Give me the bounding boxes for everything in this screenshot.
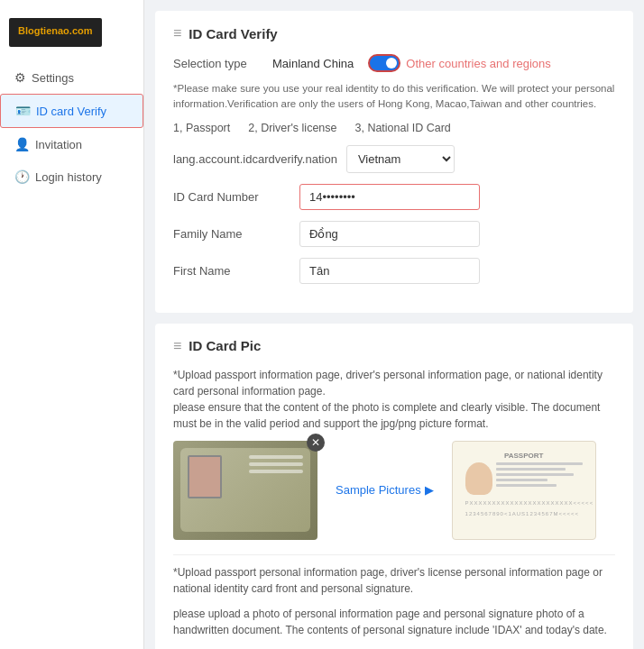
passport-sample-preview: PASSPORT PXXXXXXXXXXXXXXXXXXXXXXX<<<<< 1… [452, 441, 596, 540]
selection-type-label: Selection type [173, 57, 263, 70]
id-card-line-3 [249, 470, 303, 473]
verify-title-text: ID Card Verify [189, 26, 277, 41]
main-content: ≡ ID Card Verify Selection type Mainland… [144, 0, 644, 649]
pic-desc3: please upload a photo of personal inform… [173, 606, 615, 638]
verify-section-title: ≡ ID Card Verify [173, 25, 615, 41]
pline5 [496, 484, 557, 487]
doc-drivers-license[interactable]: 2, Driver's license [248, 122, 336, 134]
family-name-row: Family Name [173, 221, 615, 247]
pline4 [496, 479, 548, 481]
family-name-input[interactable] [299, 221, 480, 247]
menu-icon: ≡ [173, 25, 181, 41]
nation-row: lang.account.idcardverify.nation Vietnam [173, 145, 615, 173]
doc-passport[interactable]: 1, Passport [173, 122, 230, 134]
notice-text: *Please make sure you use your real iden… [173, 81, 615, 113]
passport-inner: PASSPORT PXXXXXXXXXXXXXXXXXXXXXXX<<<<< 1… [460, 446, 588, 534]
first-name-row: First Name [173, 258, 615, 284]
sidebar-item-settings-label: Settings [32, 71, 74, 85]
invitation-icon: 👤 [14, 137, 30, 151]
id-card-photo-placeholder [188, 455, 222, 498]
pline1 [496, 462, 583, 465]
sidebar-item-idcard-label: ID card Verify [36, 105, 106, 118]
id-number-row: ID Card Number [173, 184, 615, 210]
passport-photo [465, 462, 492, 495]
id-number-label: ID Card Number [173, 190, 290, 204]
doc-national-id[interactable]: 3, National ID Card [354, 122, 450, 134]
id-card-lines [249, 455, 303, 473]
sidebar-item-invitation-label: Invitation [35, 138, 82, 151]
id-card-line-2 [249, 462, 303, 466]
arrow-icon-1: ▶ [425, 483, 434, 497]
logo: Blogtienao.com [9, 18, 102, 47]
doc-options: 1, Passport 2, Driver's license 3, Natio… [173, 122, 615, 134]
id-number-input[interactable] [299, 184, 480, 210]
settings-icon: ⚙ [14, 70, 26, 85]
history-icon: 🕐 [14, 169, 30, 184]
pic-section-title: ≡ ID Card Pic [173, 338, 615, 354]
sidebar-item-id-card-verify[interactable]: 🪪 ID card Verify [0, 94, 143, 128]
nation-label: lang.account.idcardverify.nation [173, 152, 337, 166]
sidebar-item-settings[interactable]: ⚙ Settings [0, 61, 143, 94]
sidebar-item-login-history[interactable]: 🕐 Login history [0, 160, 143, 193]
sidebar-item-invitation[interactable]: 👤 Invitation [0, 128, 143, 160]
pic-desc1: *Upload passport information page, drive… [173, 367, 615, 432]
pic-section: ≡ ID Card Pic *Upload passport informati… [155, 324, 633, 650]
id-card-inner [180, 448, 310, 533]
pic-desc2: *Upload passport personal information pa… [173, 564, 615, 597]
id-card-thumbnail [173, 441, 317, 540]
pic-menu-icon: ≡ [173, 338, 181, 354]
verify-section: ≡ ID Card Verify Selection type Mainland… [155, 11, 633, 313]
family-name-label: Family Name [173, 227, 290, 241]
country-toggle[interactable] [368, 54, 400, 72]
divider-1 [173, 554, 615, 555]
remove-idcard-btn[interactable]: ✕ [307, 434, 325, 452]
upload-row-1: ✕ Sample Pictures ▶ PASSPORT [173, 441, 615, 540]
sidebar: Blogtienao.com ⚙ Settings 🪪 ID card Veri… [0, 0, 144, 649]
sidebar-item-history-label: Login history [35, 170, 102, 184]
nation-select[interactable]: Vietnam [346, 145, 455, 173]
passport-mrz2: 1234567890<1AUS1234567M<<<<< [465, 511, 583, 516]
other-countries-label[interactable]: Other countries and regions [406, 57, 550, 70]
passport-header: PASSPORT [465, 452, 583, 460]
id-card-line-1 [249, 455, 303, 459]
pline3 [496, 473, 575, 476]
mainland-china-label: Mainland China [272, 57, 354, 70]
id-card-upload-wrap: ✕ [173, 441, 317, 540]
selection-type-options: Mainland China Other countries and regio… [272, 54, 551, 72]
passport-mrz: PXXXXXXXXXXXXXXXXXXXXXXX<<<<< [465, 500, 583, 506]
pline2 [496, 468, 566, 471]
pic-title-text: ID Card Pic [189, 338, 261, 353]
first-name-label: First Name [173, 264, 290, 278]
toggle-container: Other countries and regions [368, 54, 550, 72]
passport-lines [496, 462, 583, 495]
first-name-input[interactable] [299, 258, 480, 284]
sample-pictures-link-1[interactable]: Sample Pictures ▶ [336, 483, 434, 497]
passport-content [465, 462, 583, 495]
sample-pictures-label-1: Sample Pictures [336, 483, 421, 497]
idcard-icon: 🪪 [15, 104, 31, 118]
selection-type-row: Selection type Mainland China Other coun… [173, 54, 615, 72]
